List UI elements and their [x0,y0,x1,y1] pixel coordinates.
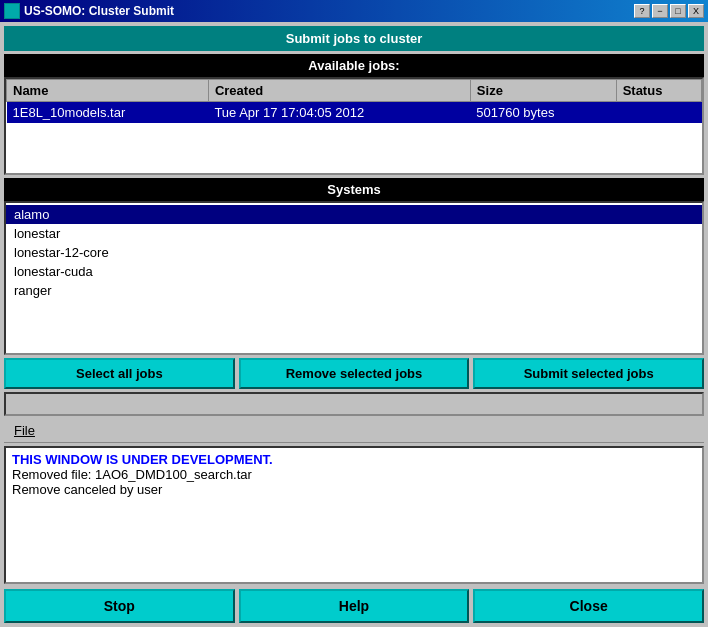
window-content: Submit jobs to cluster Available jobs: N… [0,22,708,627]
title-bar-controls: ? − □ X [634,4,704,18]
jobs-panel: Name Created Size Status 1E8L_10models.t… [4,77,704,175]
col-name: Name [7,80,209,102]
menu-bar: File [4,419,704,443]
available-jobs-section: Available jobs: Name Created Size Status… [4,54,704,175]
file-menu[interactable]: File [8,421,41,440]
jobs-table: Name Created Size Status 1E8L_10models.t… [6,79,702,123]
close-button[interactable]: Close [473,589,704,623]
remove-selected-jobs-button[interactable]: Remove selected jobs [239,358,470,389]
table-row[interactable]: 1E8L_10models.tarTue Apr 17 17:04:05 201… [7,102,702,124]
progress-bar [8,396,700,412]
available-jobs-header: Available jobs: [4,54,704,77]
list-item[interactable]: alamo [6,205,702,224]
col-created: Created [208,80,470,102]
list-item[interactable]: lonestar-12-core [6,243,702,262]
submit-selected-jobs-button[interactable]: Submit selected jobs [473,358,704,389]
maximize-button[interactable]: □ [670,4,686,18]
help-button[interactable]: ? [634,4,650,18]
title-bar: US-SOMO: Cluster Submit ? − □ X [0,0,708,22]
systems-panel: alamolonestarlonestar-12-corelonestar-cu… [4,201,704,355]
help-bottom-button[interactable]: Help [239,589,470,623]
systems-empty-space [6,313,702,353]
list-item[interactable]: ranger [6,281,702,300]
systems-section: Systems alamolonestarlonestar-12-corelon… [4,178,704,355]
action-buttons-row: Select all jobs Remove selected jobs Sub… [4,358,704,389]
systems-header: Systems [4,178,704,201]
systems-list: alamolonestarlonestar-12-corelonestar-cu… [6,203,702,313]
log-line: Remove canceled by user [12,482,696,497]
bottom-buttons-row: Stop Help Close [4,589,704,623]
list-item[interactable]: lonestar-cuda [6,262,702,281]
col-size: Size [470,80,616,102]
jobs-empty-space [6,123,702,173]
list-item[interactable]: lonestar [6,224,702,243]
main-header: Submit jobs to cluster [4,26,704,51]
close-icon[interactable]: X [688,4,704,18]
stop-button[interactable]: Stop [4,589,235,623]
progress-bar-area [4,392,704,416]
col-status: Status [616,80,701,102]
app-icon [4,3,20,19]
dev-warning: THIS WINDOW IS UNDER DEVELOPMENT. [12,452,273,467]
title-bar-title: US-SOMO: Cluster Submit [24,4,174,18]
minimize-button[interactable]: − [652,4,668,18]
select-all-jobs-button[interactable]: Select all jobs [4,358,235,389]
log-line: Removed file: 1AO6_DMD100_search.tar [12,467,696,482]
log-lines: Removed file: 1AO6_DMD100_search.tarRemo… [12,467,696,497]
log-panel: THIS WINDOW IS UNDER DEVELOPMENT. Remove… [4,446,704,584]
